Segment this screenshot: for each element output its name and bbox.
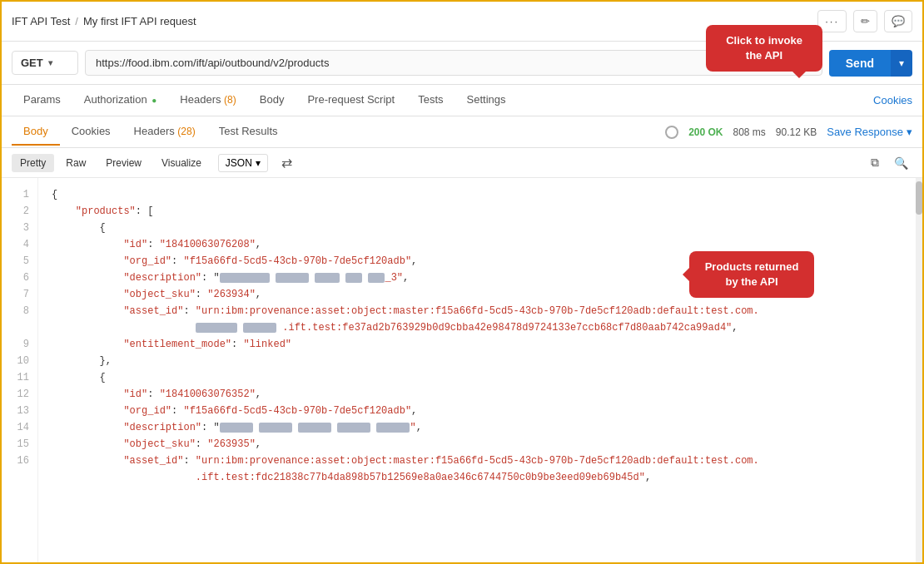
tab-headers[interactable]: Headers (8)	[168, 87, 247, 114]
headers-count: (8)	[224, 94, 236, 106]
tab-test-results[interactable]: Test Results	[207, 118, 290, 146]
method-select[interactable]: GET ▾	[12, 51, 78, 75]
tab-body-response[interactable]: Body	[12, 118, 60, 146]
tab-settings[interactable]: Settings	[455, 87, 518, 114]
filter-icon[interactable]: ⇄	[276, 153, 297, 172]
format-bar: Pretty Raw Preview Visualize JSON ▾ ⇄ ⧉ …	[2, 148, 922, 178]
tab-headers-response[interactable]: Headers (28)	[122, 118, 207, 146]
edit-button[interactable]: ✏	[853, 10, 877, 32]
method-label: GET	[21, 57, 43, 69]
response-status: 200 OK 808 ms 90.12 KB Save Response ▾	[665, 126, 912, 139]
response-size: 90.12 KB	[776, 126, 817, 138]
comment-icon: 💬	[892, 15, 905, 27]
code-line: {	[52, 186, 916, 203]
breadcrumb-parent[interactable]: IFT API Test	[12, 15, 70, 27]
response-time: 808 ms	[733, 126, 765, 138]
header: IFT API Test / My first IFT API request …	[2, 2, 922, 42]
breadcrumb: IFT API Test / My first IFT API request	[12, 15, 809, 27]
scrollbar[interactable]	[916, 178, 922, 562]
response-tabs: Body Cookies Headers (28) Test Results 2…	[2, 116, 922, 148]
code-line: "object_sku": "263934",	[52, 286, 916, 303]
code-line: },	[52, 353, 916, 369]
tab-cookies-response[interactable]: Cookies	[60, 118, 122, 146]
tab-params[interactable]: Params	[12, 87, 72, 114]
code-line: "asset_id": "urn:ibm:provenance:asset:ob…	[52, 303, 916, 319]
comment-button[interactable]: 💬	[884, 10, 912, 32]
line-numbers: 1 2 3 4 5 6 7 8 9 10 11 12 13 14 15 16	[2, 178, 38, 562]
dots-icon: ···	[825, 15, 839, 27]
cookies-link[interactable]: Cookies	[873, 94, 912, 106]
code-line: {	[52, 369, 916, 386]
url-input[interactable]	[85, 50, 822, 76]
resp-headers-count: (28)	[177, 126, 195, 137]
scrollbar-thumb[interactable]	[916, 181, 922, 215]
code-line: "id": "18410063076208",	[52, 236, 916, 253]
send-button[interactable]: Send	[829, 50, 891, 77]
code-line: .ift.test:fe37ad2b763929b0d9cbba42e98478…	[52, 319, 916, 336]
chevron-down-icon: ▾	[48, 58, 52, 67]
app-window: IFT API Test / My first IFT API request …	[0, 0, 924, 564]
format-select[interactable]: JSON ▾	[218, 154, 268, 172]
visualize-button[interactable]: Visualize	[153, 154, 210, 172]
search-button[interactable]: 🔍	[890, 154, 912, 172]
send-btn-group: Send ▾	[829, 50, 912, 77]
code-line: "id": "18410063076352",	[52, 386, 916, 403]
chevron-down-icon: ▾	[907, 126, 912, 138]
tab-pre-request[interactable]: Pre-request Script	[296, 87, 406, 114]
tab-body[interactable]: Body	[248, 87, 296, 114]
code-line: "entitlement_mode": "linked"	[52, 336, 916, 353]
chevron-down-icon: ▾	[899, 57, 904, 69]
code-area: 1 2 3 4 5 6 7 8 9 10 11 12 13 14 15 16 {…	[2, 178, 922, 562]
more-options-button[interactable]: ···	[817, 10, 847, 32]
code-line: "products": [	[52, 203, 916, 220]
auth-badge: ●	[152, 96, 156, 105]
url-bar: GET ▾ Send ▾	[2, 42, 922, 85]
code-line: "object_sku": "263935",	[52, 436, 916, 453]
code-line: {	[52, 220, 916, 236]
tab-tests[interactable]: Tests	[406, 87, 455, 114]
status-code: 200 OK	[688, 126, 723, 138]
globe-icon	[665, 126, 678, 139]
breadcrumb-current: My first IFT API request	[83, 15, 196, 27]
code-line: "description": " ",	[52, 419, 916, 436]
send-dropdown-button[interactable]: ▾	[891, 50, 912, 77]
code-line: "org_id": "f15a66fd-5cd5-43cb-970b-7de5c…	[52, 253, 916, 270]
save-response-button[interactable]: Save Response ▾	[827, 126, 912, 138]
format-label: JSON	[226, 157, 252, 169]
response-body[interactable]: { "products": [ { "id": "18410063076208"…	[38, 178, 916, 562]
chevron-down-icon: ▾	[256, 157, 261, 169]
request-tabs: Params Authorization ● Headers (8) Body …	[2, 85, 922, 116]
code-line: "description": " _3",	[52, 270, 916, 286]
pretty-button[interactable]: Pretty	[12, 154, 54, 172]
tab-authorization[interactable]: Authorization ●	[72, 87, 169, 114]
code-line: .ift.test:fdc21838c77b4da898b57b12569e8a…	[52, 469, 916, 486]
header-actions: ··· ✏ 💬	[817, 10, 912, 32]
preview-button[interactable]: Preview	[97, 154, 150, 172]
code-action-icons: ⧉ 🔍	[867, 153, 912, 172]
raw-button[interactable]: Raw	[57, 154, 94, 172]
code-line: "org_id": "f15a66fd-5cd5-43cb-970b-7de5c…	[52, 403, 916, 419]
code-line: "asset_id": "urn:ibm:provenance:asset:ob…	[52, 453, 916, 469]
copy-button[interactable]: ⧉	[867, 153, 883, 172]
breadcrumb-sep: /	[75, 15, 78, 27]
edit-icon: ✏	[861, 15, 870, 27]
